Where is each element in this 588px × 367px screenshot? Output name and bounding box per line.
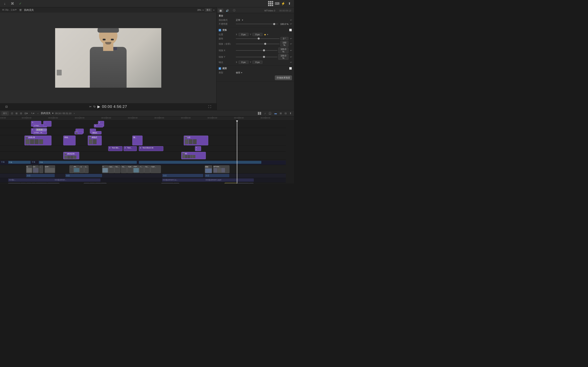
mtvideo-clip-mid3[interactable]: N... (95, 183, 101, 184)
vid-clip-mtvideo1[interactable]: MTVide... (213, 165, 229, 173)
scale-all-field[interactable]: 100 % (280, 41, 288, 47)
clip-main-5[interactable]: 🎬 5月 (184, 136, 208, 145)
subtitle-bar-1[interactable]: 字幕 (8, 161, 31, 164)
anchor-y-field[interactable]: 0 px (252, 60, 263, 64)
transform-button[interactable]: ⊡ (5, 105, 8, 108)
vid-clip-to2[interactable]: TO... (121, 165, 127, 173)
crop-type-chevron[interactable]: ▾ (241, 71, 242, 74)
vid-clip-k[interactable]: K (80, 165, 84, 173)
headphones-btn[interactable]: 🎧 (268, 111, 272, 115)
fullscreen-button[interactable]: ⛶ (208, 105, 211, 108)
vid-clip-to1[interactable]: TO... (114, 165, 121, 173)
clip-appearance-btn3[interactable]: ⊟ (19, 111, 23, 115)
mtvideo-clip-5[interactable]: MTVide... (36, 183, 47, 184)
clip-appearance-btn4[interactable]: ⊟▾ (24, 111, 29, 115)
clip-text-3[interactable]: ... (43, 121, 52, 127)
mtvideo-clip-end[interactable]: MTVide... (237, 183, 249, 184)
mtvideo-clip-3[interactable]: M... (26, 183, 31, 184)
clip-row2-4[interactable]: 🎬... (75, 131, 83, 134)
zoom-chevron[interactable]: ▾ (203, 9, 204, 11)
vid-clip-top2[interactable]: TOP... (133, 165, 139, 173)
save-preset-button[interactable]: 存储效果预置 (275, 75, 292, 80)
clip-82[interactable]: 🎬 82 (181, 152, 206, 159)
vid-clip-ne2[interactable]: Ne... (73, 165, 80, 173)
skimmer-btn[interactable]: ▬ (274, 111, 278, 115)
scale-x-slider[interactable] (236, 50, 277, 51)
anchor-reset[interactable]: ↩ (290, 61, 292, 64)
clip-swim[interactable]: 🎬 游泳运动 (63, 152, 79, 159)
blend-reset[interactable]: ↩ (290, 19, 292, 21)
clip-text-bottom[interactable]: 4 - Text Blo... (108, 146, 122, 151)
display-chevron[interactable]: ▾ (213, 9, 214, 11)
vid-clip-ne[interactable]: ... (69, 165, 73, 173)
solo-btn[interactable]: ⊞ (279, 111, 283, 115)
audio-level-btn[interactable]: ♪ (264, 111, 267, 115)
vid-clip-vert1[interactable]: V... (102, 165, 108, 173)
share-timeline-btn[interactable]: ⬆ (289, 111, 292, 115)
vid-clip-t1[interactable]: T... (139, 165, 144, 173)
play-button[interactable]: ▶ (97, 104, 100, 109)
mtvideo-clip-r1[interactable]: MTVide... (161, 183, 173, 184)
inspector-tab-audio[interactable]: 🔊 (224, 8, 231, 13)
mtvideo-clip-1[interactable]: MTVid... (8, 183, 20, 184)
blend-mode-chevron[interactable]: ▾ (242, 19, 243, 21)
scale-y-slider[interactable] (236, 57, 277, 57)
display-button[interactable]: 显示 (205, 8, 212, 12)
keying-button[interactable]: ⌘ (10, 1, 15, 6)
mtvideo-clip-mid2[interactable]: N... (89, 183, 95, 184)
vid-clip-qu1[interactable]: Q... (26, 165, 32, 173)
vid-clip-top3[interactable]: TOP... (150, 165, 161, 173)
rotation-field[interactable]: 0 ° (280, 37, 288, 40)
clip-main-3[interactable]: 🎬 增强式 (88, 136, 102, 145)
rotation-reset[interactable]: ↩ (290, 37, 292, 40)
opacity-reset[interactable]: ↩ (290, 23, 292, 25)
transform-checkbox[interactable]: ✓ (219, 29, 221, 31)
grid-view-button[interactable] (268, 1, 273, 6)
scale-x-field[interactable]: 100.0 % (278, 48, 288, 53)
clip-row2-text[interactable] (36, 128, 47, 131)
clip-main-2[interactable]: 停练... (63, 136, 76, 145)
timeline-tracks[interactable]: 2... 2 Poin... ... 2 2... 2 2 Poin... M.… (0, 120, 294, 184)
vid-clip-vert2[interactable]: Vert... (108, 165, 114, 173)
clip-2poin-4[interactable]: 2... (94, 124, 103, 127)
vid-clip-top1[interactable]: TOP... (127, 165, 133, 173)
scale-y-field[interactable]: 100.0 % (278, 54, 288, 60)
subtitle-bar-3[interactable] (139, 161, 261, 164)
nav-prev[interactable]: ‹ (37, 111, 39, 115)
share-button[interactable]: ⬆ (287, 1, 292, 6)
scale-all-reset[interactable]: ↩ (290, 43, 292, 45)
snapping-btn[interactable]: ⊟ (284, 111, 287, 115)
effects-button[interactable]: ⚡ (281, 1, 285, 6)
inspector-tab-info[interactable]: ⓘ (231, 8, 237, 13)
mtvideo-clip-end2[interactable]: 斌 (249, 183, 254, 184)
keyboard-button[interactable]: ⌨ (275, 1, 279, 6)
clip-text-middle[interactable]: 4 - Text... (123, 146, 137, 151)
mtvideo-3-clip[interactable]: MTVideo 3 (225, 183, 237, 184)
clip-appearance-btn2[interactable]: ⊞ (15, 111, 18, 115)
mtvideo-clip-2[interactable]: 片... (20, 183, 26, 184)
clip-row2-6[interactable]: 增强式 (91, 131, 102, 134)
rotation-slider[interactable] (236, 38, 279, 39)
opacity-slider[interactable] (236, 24, 278, 24)
mtvideo-clip-r2[interactable]: M (173, 183, 179, 184)
position-diamond[interactable]: ◆ (264, 33, 266, 36)
timeline-name-chevron[interactable]: ▾ (52, 112, 53, 115)
inspector-tab-video[interactable]: ▦ (218, 8, 223, 13)
vid-clip-qu2[interactable]: Qu... (33, 165, 39, 173)
scale-y-reset[interactable]: ↩ (290, 56, 292, 58)
subtitle-bar-2[interactable]: 字幕 (39, 161, 137, 164)
mtvideo-clip-6[interactable]: MTVide... (47, 183, 60, 184)
validate-button[interactable]: ✓ (18, 1, 22, 6)
index-button[interactable]: 索引 (2, 111, 9, 115)
clip-textblock-06[interactable]: 4 - Text Block 06 (139, 146, 163, 151)
position-x-field[interactable]: 0 px (238, 33, 249, 36)
clip-row2-2[interactable]: 2 Poin... M... (33, 131, 47, 134)
vid-clip-quar[interactable]: Quar... (44, 165, 55, 173)
mtvideo-clip-mid1[interactable]: MT... (84, 183, 89, 184)
nav-next[interactable]: › (73, 111, 76, 115)
audio-meter-btn[interactable]: ▊▊ (257, 111, 262, 115)
mtvideo-clip-mid4[interactable]: N... (101, 183, 107, 184)
clip-main-1[interactable]: 🎬 卧床1周 (25, 136, 52, 145)
crop-checkbox[interactable]: ✓ (219, 67, 221, 70)
position-reset[interactable]: ▾ (267, 33, 268, 36)
